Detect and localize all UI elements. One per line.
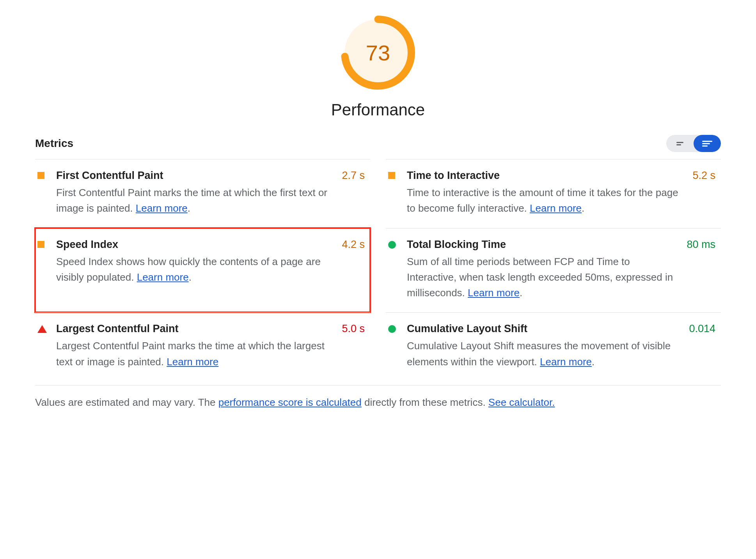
metric-title: First Contentful Paint	[56, 170, 334, 182]
metric-fcp: First Contentful PaintFirst Contentful P…	[35, 159, 370, 228]
square-orange-icon	[37, 241, 44, 248]
performance-gauge-section: 73 Performance	[35, 16, 721, 119]
learn-more-link[interactable]: Learn more	[468, 287, 520, 299]
view-toggle-compact[interactable]	[666, 135, 694, 152]
view-toggle	[666, 135, 721, 152]
metric-si: Speed IndexSpeed Index shows how quickly…	[35, 228, 370, 313]
metric-value: 5.0 s	[342, 323, 365, 335]
footnote-text: directly from these metrics.	[362, 396, 488, 408]
score-gauge: 73	[341, 16, 415, 90]
metrics-header: Metrics	[35, 135, 721, 159]
metrics-heading: Metrics	[35, 137, 73, 150]
metric-description: Largest Contentful Paint marks the time …	[56, 338, 334, 370]
metric-value: 4.2 s	[342, 239, 365, 251]
performance-score-link[interactable]: performance score is calculated	[218, 396, 362, 408]
metric-tbt: Total Blocking TimeSum of all time perio…	[386, 228, 721, 313]
metric-cls: Cumulative Layout ShiftCumulative Layout…	[386, 312, 721, 381]
learn-more-link[interactable]: Learn more	[137, 271, 189, 283]
metric-value: 2.7 s	[342, 170, 365, 182]
metric-title: Speed Index	[56, 239, 334, 251]
metric-description: Sum of all time periods between FCP and …	[407, 254, 679, 301]
metric-description: Cumulative Layout Shift measures the mov…	[407, 338, 681, 370]
metric-value: 5.2 s	[692, 170, 715, 182]
learn-more-link[interactable]: Learn more	[540, 356, 592, 368]
square-orange-icon	[388, 172, 395, 179]
metric-title: Cumulative Layout Shift	[407, 323, 681, 335]
metric-title: Time to Interactive	[407, 170, 685, 182]
metric-lcp: Largest Contentful PaintLargest Contentf…	[35, 312, 370, 381]
metric-description: Time to interactive is the amount of tim…	[407, 185, 685, 216]
gauge-title: Performance	[331, 101, 425, 119]
square-orange-icon	[37, 172, 44, 179]
metric-value: 0.014	[689, 323, 715, 335]
learn-more-link[interactable]: Learn more	[136, 202, 188, 214]
triangle-red-icon	[37, 325, 47, 333]
metric-tti: Time to InteractiveTime to interactive i…	[386, 159, 721, 228]
score-value: 73	[341, 16, 415, 90]
view-toggle-expanded[interactable]	[694, 135, 721, 152]
footnote-text: Values are estimated and may vary. The	[35, 396, 218, 408]
metric-title: Largest Contentful Paint	[56, 323, 334, 335]
metrics-grid: First Contentful PaintFirst Contentful P…	[35, 159, 721, 381]
learn-more-link[interactable]: Learn more	[530, 202, 582, 214]
metric-title: Total Blocking Time	[407, 239, 679, 251]
learn-more-link[interactable]: Learn more	[167, 356, 218, 368]
metric-description: First Contentful Paint marks the time at…	[56, 185, 334, 216]
footnote: Values are estimated and may vary. The p…	[35, 385, 721, 409]
see-calculator-link[interactable]: See calculator.	[488, 396, 555, 408]
compact-icon	[676, 142, 683, 145]
metric-description: Speed Index shows how quickly the conten…	[56, 254, 334, 285]
expanded-icon	[702, 141, 712, 147]
circle-green-icon	[388, 241, 396, 249]
metric-value: 80 ms	[687, 239, 715, 251]
circle-green-icon	[388, 325, 396, 333]
